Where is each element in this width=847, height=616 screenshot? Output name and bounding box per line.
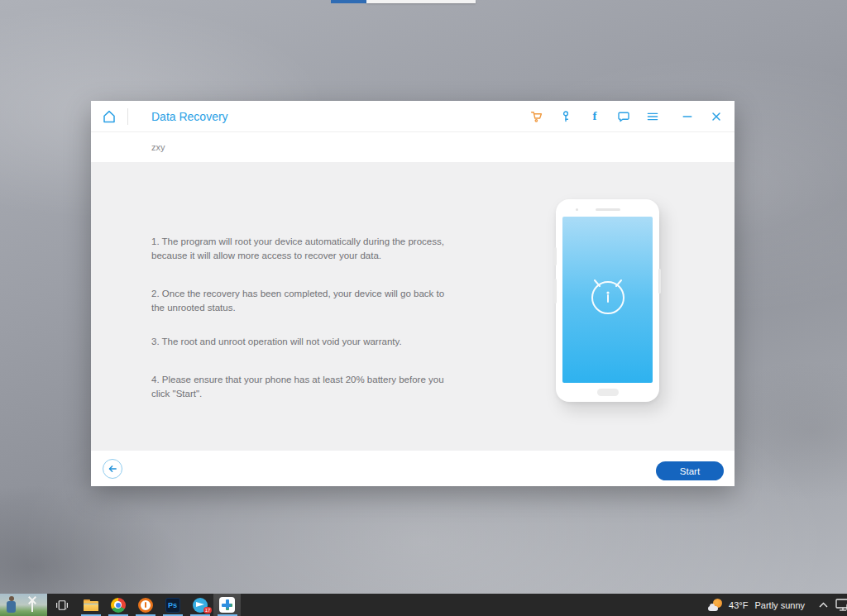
- weather-condition: Partly sunny: [754, 600, 805, 610]
- facebook-icon[interactable]: f: [588, 110, 601, 123]
- system-tray: 43°F Partly sunny: [701, 594, 847, 616]
- close-icon[interactable]: [710, 110, 723, 123]
- back-button[interactable]: [103, 459, 122, 479]
- taskbar-icon-recovery-toolkit[interactable]: [213, 594, 241, 616]
- start-button[interactable]: Start: [656, 461, 724, 480]
- main-content: 1. The program will root your device aut…: [91, 162, 735, 451]
- photoshop-icon: Ps: [165, 598, 180, 613]
- search-highlight-image[interactable]: [0, 594, 47, 616]
- phone-screen: [562, 217, 653, 383]
- phone-side-button: [658, 269, 661, 294]
- chevron-up-icon: [819, 602, 828, 609]
- page-title: Data Recovery: [151, 110, 228, 123]
- window-header: Data Recovery f: [91, 101, 735, 132]
- menu-icon[interactable]: [646, 110, 659, 123]
- header-divider: [127, 108, 128, 125]
- key-icon[interactable]: [559, 110, 572, 123]
- folder-icon: [84, 599, 98, 611]
- taskbar-icon-telegram[interactable]: 17: [186, 594, 213, 616]
- minimize-icon[interactable]: [681, 110, 694, 123]
- chat-icon[interactable]: [617, 110, 630, 123]
- illustration-figure: [7, 601, 16, 613]
- task-view-icon: [55, 598, 69, 613]
- tray-display-icon[interactable]: [835, 599, 847, 612]
- instruction-item: 3. The root and unroot operation will no…: [151, 335, 447, 349]
- chrome-icon: [111, 598, 126, 613]
- root-alert-icon: [588, 275, 628, 318]
- desktop: { "app_window": { "title": "Data Recover…: [0, 0, 847, 616]
- taskbar-icon-explorer[interactable]: [77, 594, 104, 616]
- phone-side-button: [554, 247, 557, 265]
- recovery-toolkit-icon: [219, 597, 235, 613]
- weather-temperature: 43°F: [729, 600, 748, 610]
- taskbar-icon-chrome[interactable]: [104, 594, 132, 616]
- window-footer: Start: [91, 451, 735, 486]
- cart-icon[interactable]: [530, 110, 543, 123]
- arrow-left-icon: [107, 463, 118, 475]
- phone-illustration: [556, 199, 659, 402]
- device-bar: zxy: [91, 132, 735, 162]
- background-window-edge-white: [366, 0, 476, 3]
- tray-expand-button[interactable]: [811, 594, 835, 616]
- background-window-edge-blue: [331, 0, 366, 3]
- taskbar-icon-orange-ring-app[interactable]: [132, 594, 159, 616]
- taskbar: Ps 17 43°F Partly sunny: [0, 594, 847, 616]
- notification-badge: 17: [203, 607, 212, 614]
- phone-home-button: [597, 389, 619, 396]
- weather-widget[interactable]: 43°F Partly sunny: [701, 594, 811, 616]
- home-icon[interactable]: [101, 108, 117, 125]
- orange-ring-icon: [138, 598, 153, 613]
- instructions-list: 1. The program will root your device aut…: [151, 235, 447, 401]
- phone-camera-dot: [576, 208, 578, 211]
- instruction-item: 2. Once the recovery has been completed,…: [151, 287, 447, 314]
- instruction-item: 4. Please ensure that your phone has at …: [151, 373, 447, 400]
- partly-sunny-icon: [708, 598, 723, 613]
- taskbar-icon-photoshop[interactable]: Ps: [159, 594, 186, 616]
- device-name: zxy: [151, 142, 165, 152]
- instruction-item: 1. The program will root your device aut…: [151, 235, 447, 262]
- phone-earpiece: [596, 208, 620, 211]
- phone-side-button: [554, 279, 557, 303]
- data-recovery-window: Data Recovery f: [91, 101, 735, 486]
- task-view-button[interactable]: [47, 594, 77, 616]
